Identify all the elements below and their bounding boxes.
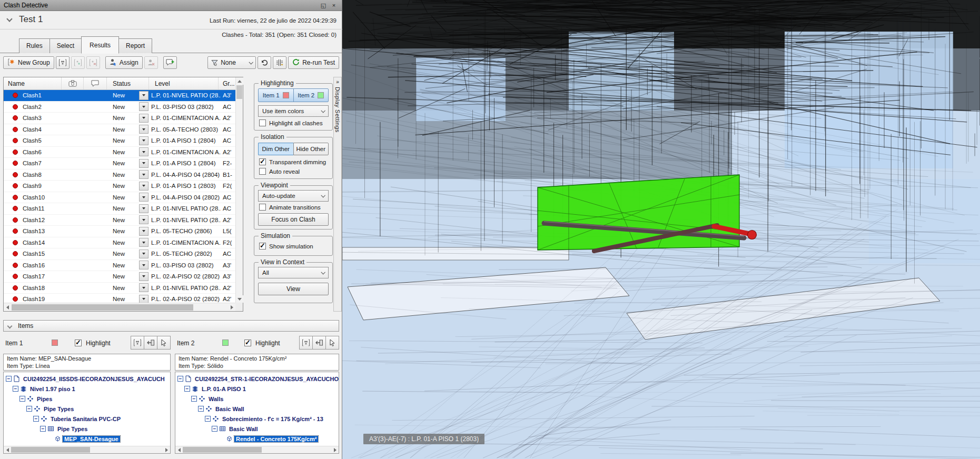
scroll-thumb[interactable]: [12, 304, 193, 311]
tree-expand-toggle[interactable]: −: [33, 416, 39, 422]
tree-expand-toggle[interactable]: −: [26, 406, 32, 412]
status-dropdown[interactable]: [139, 91, 149, 100]
tree-expand-toggle[interactable]: −: [177, 376, 183, 382]
table-row[interactable]: Clash16NewP.L. 03-PISO 03 (2802)A3': [4, 260, 235, 272]
status-dropdown[interactable]: [139, 272, 149, 281]
results-table-header[interactable]: Name Status Level Gr...: [4, 77, 235, 90]
status-dropdown[interactable]: [139, 182, 149, 191]
table-row[interactable]: Clash17NewP.L. 02-A-PISO 02 (2802)A3': [4, 271, 235, 283]
tree-expand-toggle[interactable]: −: [19, 396, 25, 402]
tree-node[interactable]: Rendel - Concreto 175Kg/cm²: [175, 434, 339, 444]
item-colors-dropdown[interactable]: Use item colors: [258, 105, 329, 117]
viewpoint-dropdown[interactable]: Auto-update: [258, 190, 329, 202]
transparent-dimming-checkbox[interactable]: [259, 158, 266, 165]
item1-highlight-checkbox[interactable]: [75, 340, 82, 346]
model-viewport-3d[interactable]: A3'(3)-AE(-7) : L.P. 01-A PISO 1 (2803): [342, 0, 980, 459]
tree-node[interactable]: −Nivel 1.97 piso 1: [4, 384, 170, 394]
tree-node[interactable]: −CUI2492254_IISSDS-IECORAZONJESUS_AYACUC…: [4, 374, 170, 384]
status-dropdown[interactable]: [139, 204, 149, 213]
tree-expand-toggle[interactable]: −: [13, 386, 18, 392]
new-group-button[interactable]: New Group: [3, 56, 54, 69]
tree-expand-toggle[interactable]: −: [205, 416, 211, 422]
undock-icon[interactable]: ◱: [319, 2, 328, 9]
status-dropdown[interactable]: [139, 159, 149, 168]
scroll-thumb[interactable]: [11, 447, 90, 453]
status-dropdown[interactable]: [139, 102, 149, 111]
item2-select-button[interactable]: [325, 336, 339, 350]
compact-button[interactable]: [273, 56, 286, 69]
tree2-horizontal-scrollbar[interactable]: [175, 446, 339, 453]
column-header-grid[interactable]: Gr...: [219, 77, 235, 89]
show-simulation-checkbox[interactable]: [259, 243, 266, 250]
tab-results[interactable]: Results: [81, 36, 119, 54]
display-settings-tab[interactable]: » Display Settings: [333, 77, 342, 312]
item2-highlight-button[interactable]: Item 2: [294, 89, 329, 102]
table-row[interactable]: Clash1NewL.P. 01-NIVEL PATIO (28...A3': [4, 90, 235, 102]
tree-node[interactable]: −Tuberia Sanitaria PVC-CP: [4, 414, 170, 424]
status-dropdown[interactable]: [139, 170, 149, 179]
tree-node[interactable]: −Basic Wall: [175, 404, 339, 414]
tree1-horizontal-scrollbar[interactable]: [4, 446, 170, 453]
view-in-context-dropdown[interactable]: All: [258, 267, 329, 278]
scroll-down-icon[interactable]: [236, 295, 243, 303]
tree-expand-toggle[interactable]: −: [212, 426, 217, 432]
item1-highlight-button[interactable]: Item 1: [259, 89, 294, 102]
scroll-left-icon[interactable]: [4, 304, 11, 311]
table-row[interactable]: Clash7NewL.P. 01-A PISO 1 (2804)F2-: [4, 158, 235, 169]
tree-node[interactable]: −Pipe Types: [4, 424, 170, 434]
column-header-name[interactable]: Name: [4, 77, 62, 89]
table-row[interactable]: Clash3NewL.P. 01-CIMENTACION A...A2': [4, 113, 235, 124]
table-row[interactable]: Clash12NewL.P. 01-NIVEL PATIO (28...A2': [4, 215, 235, 226]
status-dropdown[interactable]: [139, 261, 149, 270]
filter-dropdown[interactable]: None: [207, 56, 256, 69]
tab-report[interactable]: Report: [118, 38, 152, 53]
tree-node[interactable]: −Pipe Types: [4, 404, 170, 414]
scroll-left-icon[interactable]: [4, 446, 11, 453]
scroll-right-icon[interactable]: [331, 446, 339, 453]
add-comment-button[interactable]: [163, 56, 177, 69]
dim-other-button[interactable]: Dim Other: [258, 143, 293, 155]
item2-highlight-checkbox[interactable]: [244, 340, 251, 346]
assign-button[interactable]: Assign: [105, 56, 143, 69]
table-row[interactable]: Clash9NewL.P. 01-A PISO 1 (2803)F2(: [4, 181, 235, 192]
table-vertical-scrollbar[interactable]: [235, 77, 243, 303]
auto-reveal-checkbox[interactable]: [259, 168, 266, 175]
tree-node[interactable]: −Pipes: [4, 394, 170, 404]
undo-button[interactable]: [258, 56, 271, 69]
tree-expand-toggle[interactable]: −: [40, 426, 46, 432]
item2-return-button[interactable]: [312, 336, 326, 350]
hide-other-button[interactable]: Hide Other: [293, 143, 329, 155]
tree-node[interactable]: MEP_SAN-Desague: [4, 434, 170, 444]
table-row[interactable]: Clash10NewP.L. 04-A-PISO 04 (2802)AC: [4, 192, 235, 204]
table-row[interactable]: Clash2NewP.L. 03-PISO 03 (2802)AC: [4, 102, 235, 113]
status-dropdown[interactable]: [139, 215, 149, 224]
item2-select-group-button[interactable]: [299, 336, 313, 350]
focus-on-clash-button[interactable]: Focus on Clash: [258, 213, 329, 226]
group-clashes-button[interactable]: [56, 56, 70, 69]
animate-transitions-checkbox[interactable]: [259, 204, 266, 211]
tree-expand-toggle[interactable]: −: [198, 406, 204, 412]
scroll-thumb[interactable]: [236, 85, 242, 99]
table-row[interactable]: Clash5NewL.P. 01-A PISO 1 (2804)AC: [4, 135, 235, 147]
status-dropdown[interactable]: [139, 238, 149, 247]
table-row[interactable]: Clash18NewL.P. 01-NIVEL PATIO (28...A2': [4, 283, 235, 294]
table-horizontal-scrollbar[interactable]: [4, 303, 235, 311]
scroll-right-icon[interactable]: [163, 446, 170, 453]
column-header-level[interactable]: Level: [149, 77, 219, 89]
collapse-test-icon[interactable]: [6, 16, 12, 22]
status-dropdown[interactable]: [139, 250, 149, 258]
scroll-left-icon[interactable]: [175, 446, 183, 453]
item1-select-button[interactable]: [157, 336, 171, 350]
table-row[interactable]: Clash4NewP.L. 05-A-TECHO (2803)AC: [4, 124, 235, 136]
tree-node[interactable]: −L.P. 01-A PISO 1: [175, 384, 339, 394]
panel-title-bar[interactable]: Clash Detective ◱ ×: [0, 0, 342, 11]
collapse-items-icon[interactable]: [7, 323, 13, 328]
tab-select[interactable]: Select: [50, 38, 82, 53]
close-icon[interactable]: ×: [330, 2, 338, 9]
tree-expand-toggle[interactable]: −: [184, 386, 190, 392]
table-row[interactable]: Clash14NewL.P. 01-CIMENTACION A...F2(: [4, 237, 235, 249]
status-dropdown[interactable]: [139, 227, 149, 236]
status-dropdown[interactable]: [139, 193, 149, 202]
tree-node[interactable]: −Walls: [175, 394, 339, 404]
status-dropdown[interactable]: [139, 147, 149, 156]
